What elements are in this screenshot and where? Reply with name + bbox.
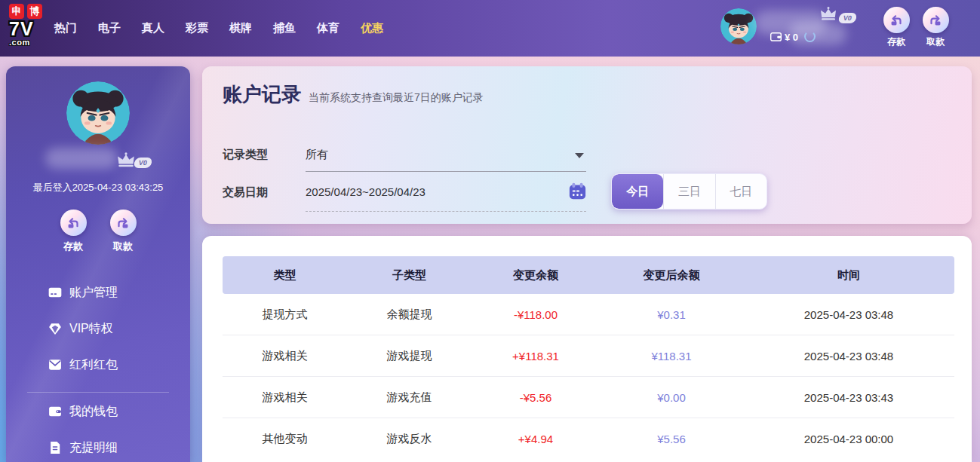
withdraw-icon	[923, 7, 949, 33]
profile-vip-crown-icon	[116, 152, 136, 168]
sidebar-item-label: VIP特权	[69, 321, 113, 337]
sidebar-item-label: 充提明细	[69, 440, 118, 456]
table-row: 其他变动 游戏反水 +¥4.94 ¥5.56 2025-04-23 00:00	[223, 418, 954, 460]
cell-change: +¥4.94	[472, 433, 600, 445]
range-button-today[interactable]: 今日	[612, 174, 663, 209]
nav-item-slots[interactable]: 电子	[98, 21, 121, 35]
table-row: 提现方式 余额提现 -¥118.00 ¥0.31 2025-04-23 03:4…	[223, 294, 954, 335]
sidebar-item-bonus-redpacket[interactable]: 红利红包	[6, 347, 190, 383]
cell-change: -¥118.00	[472, 308, 600, 321]
header-after-balance: 变更后余额	[600, 268, 743, 283]
statement-icon	[48, 440, 63, 455]
sidebar-menu: 账户管理 VIP特权 红利红包 我的钱包 充提明细	[6, 274, 190, 462]
table-header-row: 类型 子类型 变更余额 变更后余额 时间	[223, 256, 954, 294]
top-nav: 申 博 7V .com 热门 电子 真人 彩票 棋牌 捕鱼 体育 优惠 V0 ¥…	[0, 0, 980, 57]
cell-type: 游戏相关	[223, 349, 347, 363]
cell-time: 2025-04-23 00:00	[743, 433, 954, 445]
sidebar-item-vip-privileges[interactable]: VIP特权	[6, 311, 190, 347]
sidebar-item-label: 我的钱包	[69, 404, 118, 420]
deposit-label: 存款	[887, 35, 905, 48]
sidebar-wallet-actions: 存款 取款	[6, 210, 190, 253]
range-button-seven-days[interactable]: 七日	[715, 174, 766, 209]
brand-logo[interactable]: 申 博 7V .com	[9, 4, 51, 46]
cell-type: 提现方式	[223, 307, 347, 322]
table-row: 游戏相关 游戏提现 +¥118.31 ¥118.31 2025-04-23 03…	[223, 335, 954, 377]
account-records-panel: 账户记录 当前系统支持查询最近7日的账户记录 记录类型 所有 交易日期 2025…	[202, 66, 972, 224]
sidebar-withdraw-button[interactable]: 取款	[108, 210, 138, 253]
cell-change: -¥5.56	[472, 391, 600, 404]
header-subtype: 子类型	[347, 268, 472, 283]
calendar-icon[interactable]	[568, 182, 587, 200]
cell-after-balance: ¥118.31	[600, 350, 743, 363]
sidebar-item-deposit-withdraw-details[interactable]: 充提明细	[6, 430, 190, 462]
nav-item-promo[interactable]: 优惠	[361, 21, 383, 35]
brand-name: 7V	[9, 19, 51, 38]
refresh-balance-icon[interactable]	[804, 31, 816, 42]
wallet-icon	[770, 30, 782, 43]
profile-name-row: V0	[6, 146, 190, 170]
wallet-icon	[48, 404, 63, 419]
transaction-date-input[interactable]: 2025/04/23~2025/04/23	[306, 185, 555, 198]
sidebar: V0 最后登入2025-04-23 03:43:25 存款 取款 账户管理 VI…	[6, 66, 190, 462]
sidebar-deposit-label: 存款	[63, 240, 83, 253]
sidebar-item-my-wallet[interactable]: 我的钱包	[6, 393, 190, 430]
transaction-date-label: 交易日期	[223, 185, 268, 200]
profile-username-blurred	[45, 148, 118, 169]
sidebar-item-account-management[interactable]: 账户管理	[6, 274, 190, 311]
vip-crown-icon	[819, 7, 837, 21]
header-type: 类型	[223, 268, 347, 283]
withdraw-label: 取款	[926, 35, 945, 48]
user-avatar[interactable]	[720, 8, 757, 44]
nav-item-fishing[interactable]: 捕鱼	[273, 21, 296, 35]
date-range-group: 今日 三日 七日	[611, 173, 767, 210]
brand-badge-right: 博	[27, 4, 42, 19]
cell-subtype: 游戏提现	[347, 349, 472, 363]
table-row: 游戏相关 游戏充值 -¥5.56 ¥0.00 2025-04-23 03:43	[223, 377, 954, 418]
record-type-label: 记录类型	[223, 148, 268, 162]
profile-vip-level-badge: V0	[134, 158, 153, 168]
cell-after-balance: ¥5.56	[600, 433, 743, 445]
red-packet-icon	[48, 357, 63, 372]
cell-time: 2025-04-23 03:48	[743, 350, 954, 363]
transaction-date-underline	[306, 211, 586, 212]
cell-subtype: 游戏充值	[347, 390, 472, 405]
cell-type: 游戏相关	[223, 390, 347, 405]
cell-time: 2025-04-23 03:48	[743, 308, 954, 321]
cell-type: 其他变动	[223, 432, 347, 446]
bank-card-icon	[48, 285, 63, 300]
range-button-three-days[interactable]: 三日	[663, 174, 714, 209]
chevron-down-icon[interactable]	[575, 153, 584, 158]
cell-change: +¥118.31	[472, 350, 600, 363]
brand-badge-left: 申	[9, 4, 24, 19]
sidebar-withdraw-label: 取款	[113, 240, 133, 253]
nav-item-lottery[interactable]: 彩票	[186, 21, 208, 35]
cell-subtype: 游戏反水	[347, 432, 472, 446]
sidebar-deposit-button[interactable]: 存款	[58, 210, 88, 253]
brand-suffix: .com	[9, 38, 51, 46]
withdraw-button[interactable]: 取款	[920, 7, 951, 48]
record-type-select[interactable]: 所有	[306, 148, 555, 162]
records-table: 类型 子类型 变更余额 变更后余额 时间 提现方式 余额提现 -¥118.00 …	[223, 256, 954, 460]
records-table-panel: 类型 子类型 变更余额 变更后余额 时间 提现方式 余额提现 -¥118.00 …	[202, 236, 972, 462]
sidebar-item-label: 红利红包	[69, 357, 118, 373]
cell-after-balance: ¥0.00	[600, 391, 743, 404]
sidebar-deposit-icon	[60, 210, 87, 236]
record-type-underline	[306, 171, 586, 172]
profile-avatar	[66, 81, 130, 145]
deposit-button[interactable]: 存款	[881, 7, 911, 48]
brand-badges: 申 博	[9, 4, 51, 19]
sidebar-divider	[27, 392, 169, 393]
cell-time: 2025-04-23 03:43	[743, 391, 954, 404]
nav-item-hot[interactable]: 热门	[54, 21, 77, 35]
deposit-icon	[883, 7, 910, 33]
last-login-text: 最后登入2025-04-23 03:43:25	[6, 181, 190, 194]
nav-item-sports[interactable]: 体育	[317, 21, 339, 35]
panel-title-row: 账户记录 当前系统支持查询最近7日的账户记录	[223, 81, 484, 108]
main-nav: 热门 电子 真人 彩票 棋牌 捕鱼 体育 优惠	[54, 0, 383, 57]
nav-item-board[interactable]: 棋牌	[229, 21, 252, 35]
vip-gem-icon	[48, 321, 63, 336]
header-time: 时间	[743, 268, 954, 283]
nav-item-live[interactable]: 真人	[142, 21, 164, 35]
header-change: 变更余额	[472, 268, 600, 283]
page-title: 账户记录	[223, 81, 301, 108]
